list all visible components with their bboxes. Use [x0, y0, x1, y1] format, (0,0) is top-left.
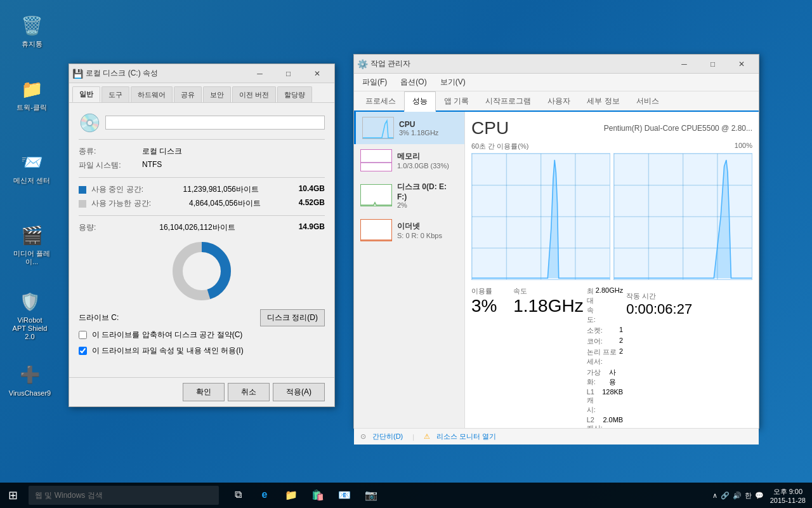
disk-type-row: 종류: 로컬 디스크 — [79, 146, 325, 157]
tm-sidebar: CPU 3% 1.18GHz 메모리 1.0/3.0GB (33%) — [354, 112, 465, 428]
props-titlebar: 💾 로컬 디스크 (C:) 속성 ─ □ ✕ — [69, 64, 334, 83]
net-thumb — [360, 219, 392, 241]
taskbar-clock[interactable]: 오후 9:00 2015-11-28 — [770, 487, 806, 504]
index-checkbox[interactable] — [79, 347, 87, 355]
props-close-button[interactable]: ✕ — [303, 64, 331, 83]
tab-general[interactable]: 일반 — [72, 86, 100, 102]
donut-chart-area — [79, 239, 325, 303]
desktop-icon-virobotapt[interactable]: 🛡️ ViRobot APT Shield 2.0 — [8, 286, 52, 345]
tab-services[interactable]: 서비스 — [628, 91, 667, 110]
ok-button[interactable]: 확인 — [183, 383, 225, 401]
taskbar-multidesktop-icon[interactable]: ⧉ — [225, 483, 251, 508]
desktop-icon-viruschaser[interactable]: ➕ VirusChaser9 — [8, 359, 52, 401]
ethernet-sidebar-name: 이더넷 — [397, 221, 458, 232]
tab-app-history[interactable]: 앱 기록 — [436, 91, 477, 110]
cpu-stats-section: 이용률 3% 속도 1.18GHz 최대 속도:2.80GHz 소켓:1 코어:… — [471, 286, 752, 428]
props-maximize-button[interactable]: □ — [274, 64, 303, 83]
cpu-util-max: 100% — [735, 142, 752, 151]
taskman-tabs: 프로세스 성능 앱 기록 시작프로그램 사용자 세부 정보 서비스 — [354, 91, 759, 112]
props-dialog-buttons: 확인 취소 적용(A) — [69, 377, 334, 406]
simple-view-link[interactable]: 간단히(D) — [372, 432, 403, 441]
taskman-maximize-button[interactable]: □ — [698, 55, 727, 74]
media-label: 미디어 플레이... — [13, 250, 51, 266]
input-lang-icon[interactable]: 한 — [745, 491, 752, 500]
desktop-icon-recycle[interactable]: 🗑️ 휴지통 — [10, 10, 54, 51]
taskbar-explorer-icon[interactable]: 📁 — [278, 483, 304, 508]
sidebar-item-ethernet[interactable]: 이더넷 S: 0 R: 0 Kbps — [354, 214, 464, 246]
tab-quota[interactable]: 할당량 — [277, 86, 312, 102]
capacity-row: 용량: 16,104,026,112바이트 14.9GB — [79, 222, 325, 233]
start-button[interactable]: ⊞ — [0, 483, 25, 508]
menu-view[interactable]: 보기(V) — [435, 76, 471, 89]
taskbar-right-area: ∧ 🔗 🔊 한 💬 오후 9:00 2015-11-28 — [712, 487, 812, 504]
desktop-icon-media[interactable]: 🎬 미디어 플레이... — [10, 219, 54, 269]
disk-drive-icon: 💿 — [79, 112, 99, 133]
taskman-close-button[interactable]: ✕ — [727, 55, 756, 74]
recycle-label: 휴지통 — [22, 40, 43, 48]
chevron-up-icon[interactable]: ∧ — [712, 491, 717, 500]
compress-checkbox-row[interactable]: 이 드라이브를 압축하여 디스크 공간 절약(C) — [79, 330, 325, 340]
disk-cleanup-button[interactable]: 디스크 정리(D) — [260, 309, 325, 326]
disk-name-input[interactable] — [105, 116, 325, 130]
props-minimize-button[interactable]: ─ — [246, 64, 274, 83]
taskbar-mail-icon[interactable]: 📧 — [332, 483, 357, 508]
free-color-indicator — [79, 200, 86, 208]
tab-performance[interactable]: 성능 — [404, 91, 436, 112]
volume-icon[interactable]: 🔊 — [733, 491, 742, 500]
taskbar-camera-icon[interactable]: 📷 — [358, 483, 384, 508]
viruschaser-icon: ➕ — [17, 362, 43, 387]
sidebar-item-disk[interactable]: 디스크 0(D: E: F:) 2% — [354, 177, 464, 214]
virobotapt-icon: 🛡️ — [17, 289, 43, 314]
tab-startup[interactable]: 시작프로그램 — [477, 91, 539, 110]
taskman-minimize-button[interactable]: ─ — [670, 55, 698, 74]
notification-icon[interactable]: 💬 — [755, 491, 764, 500]
resource-monitor-link[interactable]: 리소스 모니터 열기 — [436, 432, 496, 441]
cpu-graph-1-svg — [472, 154, 610, 279]
tab-processes[interactable]: 프로세스 — [357, 91, 404, 110]
tab-share[interactable]: 공유 — [174, 86, 202, 102]
disk-type-value: 로컬 디스크 — [142, 146, 182, 157]
taskman-bottom-bar: ⊙ 간단히(D) | ⚠ 리소스 모니터 열기 — [354, 428, 759, 444]
taskman-body: CPU 3% 1.18GHz 메모리 1.0/3.0GB (33%) — [354, 112, 759, 428]
taskbar-date-display: 2015-11-28 — [770, 497, 806, 504]
network-icon[interactable]: 🔗 — [721, 491, 730, 500]
cancel-button[interactable]: 취소 — [228, 383, 270, 401]
mem-thumb-graph — [361, 150, 392, 171]
desktop-icon-tweak[interactable]: 📁 트윅-클릭 — [10, 73, 54, 115]
cpu-sidebar-detail: 3% 1.18GHz — [399, 129, 458, 137]
ethernet-sidebar-detail: S: 0 R: 0 Kbps — [397, 232, 458, 239]
free-bytes: 4,864,045,056바이트 — [189, 198, 261, 209]
used-gb: 10.4GB — [299, 184, 325, 195]
tab-tools[interactable]: 도구 — [102, 86, 129, 102]
disk-thumb-graph — [361, 185, 392, 206]
taskbar-store-icon[interactable]: 🛍️ — [305, 483, 331, 508]
tab-security[interactable]: 보안 — [203, 86, 231, 102]
index-checkbox-row[interactable]: 이 드라이브의 파일 속성 및 내용 색인 허용(I) — [79, 345, 325, 356]
tab-hardware[interactable]: 하드웨어 — [131, 86, 173, 102]
cpu-panel-title: CPU — [471, 118, 509, 138]
tweak-label: 트윅-클릭 — [16, 104, 47, 112]
capacity-gb: 14.9GB — [299, 222, 325, 233]
messenger-icon: 📨 — [19, 149, 44, 175]
taskman-title-icon: ⚙️ — [357, 59, 367, 69]
compress-checkbox[interactable] — [79, 331, 87, 339]
mem-sidebar-name: 메모리 — [397, 151, 458, 162]
menu-file[interactable]: 파일(F) — [357, 76, 392, 89]
desktop-icon-messenger[interactable]: 📨 메신저 센터 — [10, 146, 54, 188]
search-input[interactable] — [29, 486, 219, 505]
apply-button[interactable]: 적용(A) — [273, 383, 325, 401]
explorer-icon: 📁 — [285, 489, 298, 501]
sidebar-item-memory[interactable]: 메모리 1.0/3.0GB (33%) — [354, 144, 464, 177]
props-content: 💿 종류: 로컬 디스크 파일 시스템: NTFS 사용 중인 공간: 1 — [69, 103, 334, 371]
tab-prev-version[interactable]: 이전 버전 — [232, 86, 276, 102]
tab-users[interactable]: 사용자 — [539, 91, 579, 110]
menu-options[interactable]: 옵션(O) — [395, 76, 431, 89]
recycle-icon: 🗑️ — [19, 13, 44, 38]
tm-cpu-main: CPU Pentium(R) Dual-Core CPUE5500 @ 2.80… — [465, 112, 759, 428]
taskbar-edge-icon[interactable]: e — [252, 483, 277, 508]
expand-icon: ⊙ — [360, 432, 366, 441]
used-space-label: 사용 중인 공간: — [79, 184, 143, 195]
cpu-graphs — [471, 153, 752, 280]
tab-details[interactable]: 세부 정보 — [579, 91, 627, 110]
sidebar-item-cpu[interactable]: CPU 3% 1.18GHz — [354, 112, 464, 144]
